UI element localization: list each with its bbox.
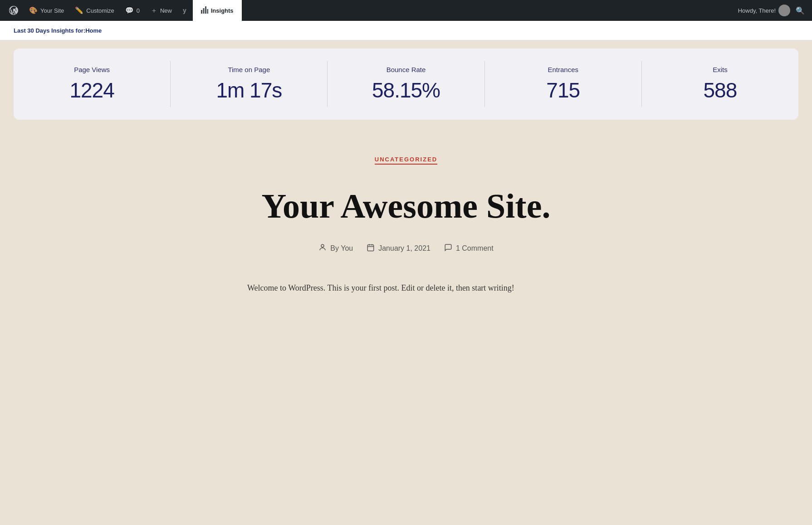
adminbar-left: 🎨 Your Site ✏️ Customize 💬 0 ＋ New y <box>5 0 738 21</box>
stat-page-views-label: Page Views <box>74 66 110 73</box>
stat-time-on-page-value: 1m 17s <box>216 78 282 102</box>
category-wrapper: UNCATEGORIZED <box>9 155 803 178</box>
stat-entrances-value: 715 <box>546 78 580 102</box>
plus-icon: ＋ <box>151 6 157 15</box>
adminbar-your-site-label: Your Site <box>40 7 64 14</box>
user-icon <box>318 243 327 254</box>
adminbar-wordpress[interactable] <box>5 0 23 21</box>
search-icon[interactable]: 🔍 <box>793 6 807 15</box>
insights-chart-icon <box>201 6 208 14</box>
palette-icon: 🎨 <box>29 6 38 15</box>
adminbar-yoast[interactable]: y <box>178 0 191 21</box>
adminbar-insights[interactable]: Insights <box>193 0 242 21</box>
post-date-text[interactable]: January 1, 2021 <box>378 244 430 253</box>
post-body-text: Welcome to WordPress. This is your first… <box>247 281 565 295</box>
post-date: January 1, 2021 <box>367 243 430 254</box>
adminbar-your-site[interactable]: 🎨 Your Site <box>24 0 68 21</box>
stat-bounce-rate-label: Bounce Rate <box>386 66 426 73</box>
adminbar-customize[interactable]: ✏️ Customize <box>70 0 118 21</box>
stat-page-views: Page Views 1224 <box>14 61 171 107</box>
svg-rect-0 <box>201 10 202 14</box>
adminbar-comments[interactable]: 💬 0 <box>121 0 144 21</box>
stat-time-on-page: Time on Page 1m 17s <box>171 61 328 107</box>
stat-time-on-page-label: Time on Page <box>228 66 270 73</box>
post-author-text[interactable]: By You <box>330 244 353 253</box>
page-content: UNCATEGORIZED Your Awesome Site. By You <box>0 128 812 445</box>
adminbar-customize-label: Customize <box>86 7 114 14</box>
stat-exits-value: 588 <box>704 78 737 102</box>
howdy-text: Howdy, There! <box>738 7 776 14</box>
pencil-icon: ✏️ <box>75 6 83 15</box>
post-comments: 1 Comment <box>444 243 494 254</box>
stat-entrances: Entrances 715 <box>485 61 642 107</box>
post-author: By You <box>318 243 353 254</box>
avatar[interactable] <box>778 5 790 16</box>
category-label[interactable]: UNCATEGORIZED <box>375 156 437 165</box>
comment-icon: 💬 <box>125 6 134 15</box>
wordpress-icon <box>9 6 18 15</box>
admin-bar: 🎨 Your Site ✏️ Customize 💬 0 ＋ New y <box>0 0 812 21</box>
calendar-icon <box>367 243 375 254</box>
svg-point-4 <box>321 244 324 247</box>
adminbar-insights-label: Insights <box>211 7 234 14</box>
svg-rect-1 <box>203 8 204 14</box>
adminbar-new[interactable]: ＋ New <box>146 0 176 21</box>
post-meta: By You January 1, 2021 1 Comment <box>9 243 803 254</box>
svg-rect-5 <box>367 245 374 251</box>
stat-bounce-rate-value: 58.15% <box>372 78 440 102</box>
svg-rect-2 <box>205 6 206 14</box>
insights-bar: Last 30 Days Insights for:Home <box>0 21 812 40</box>
stat-bounce-rate: Bounce Rate 58.15% <box>328 61 484 107</box>
bar-chart-icon <box>201 6 208 15</box>
insights-heading: Last 30 Days Insights for:Home <box>14 27 102 34</box>
adminbar-right: Howdy, There! 🔍 <box>738 5 807 16</box>
insights-page-name: Home <box>85 27 102 34</box>
svg-rect-3 <box>207 9 208 14</box>
yoast-icon: y <box>183 7 186 14</box>
speech-bubble-icon <box>444 243 452 254</box>
stat-exits-label: Exits <box>713 66 728 73</box>
insights-heading-text: Last 30 Days Insights for: <box>14 27 85 34</box>
stat-entrances-label: Entrances <box>548 66 578 73</box>
stats-panel: Page Views 1224 Time on Page 1m 17s Boun… <box>14 49 798 120</box>
page-title: Your Awesome Site. <box>9 187 803 225</box>
post-body: Welcome to WordPress. This is your first… <box>247 281 565 295</box>
post-comments-text[interactable]: 1 Comment <box>456 244 494 253</box>
stat-page-views-value: 1224 <box>69 78 114 102</box>
stat-exits: Exits 588 <box>642 61 798 107</box>
adminbar-comments-count: 0 <box>137 7 140 14</box>
adminbar-new-label: New <box>160 7 172 14</box>
